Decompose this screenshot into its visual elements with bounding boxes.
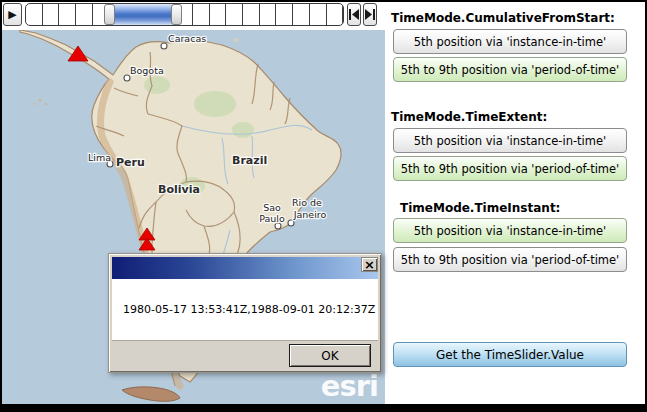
label-brazil: Brazil [232,154,267,167]
section-heading-timeextent: TimeMode.TimeExtent: [391,110,547,124]
get-timeslider-value-button[interactable]: Get the TimeSlider.Value [393,342,627,367]
label-lima: Lima [88,152,111,163]
cumulative-period-button[interactable]: 5th to 9th position via 'period-of-time' [393,57,627,82]
step-previous-icon [349,9,359,20]
island-dot [45,103,47,105]
time-slider-max-thumb[interactable] [171,4,182,25]
label-bolivia: Bolivia [158,183,200,196]
app-window: ▶ [0,0,647,412]
label-rio-1: Rio de [292,197,322,208]
label-caracas: Caracas [168,33,206,44]
label-sao-paulo-1: Sao [263,202,281,213]
time-slider-track[interactable] [25,3,344,26]
island-dot [38,98,41,101]
label-rio-2: Janeiro [293,209,327,220]
island-dot [234,38,238,42]
timeextent-instance-button[interactable]: 5th position via 'instance-in-time' [393,128,627,153]
dialog-body: 1980-05-17 13:53:41Z,1988-09-01 20:12:37… [112,279,378,341]
timeinstant-instance-button[interactable]: 5th position via 'instance-in-time' [393,218,627,243]
time-slider: ▶ [2,2,386,29]
step-next-icon [365,9,375,20]
dialog-title-bar[interactable] [112,257,378,279]
label-sao-paulo-2: Paulo [259,213,285,224]
island-dot [34,103,36,105]
label-peru: Peru [116,156,145,169]
label-bogota: Bogota [130,65,164,76]
control-panel: TimeMode.CumulativeFromStart: 5th positi… [388,2,645,404]
time-slider-min-thumb[interactable] [104,4,115,25]
ok-button[interactable]: OK [289,344,371,367]
cumulative-instance-button[interactable]: 5th position via 'instance-in-time' [393,29,627,54]
caracas-marker [161,43,167,49]
timeinstant-period-button[interactable]: 5th to 9th position via 'period-of-time' [393,247,627,272]
time-slider-range-fill [110,4,177,25]
next-step-button[interactable] [363,3,377,26]
esri-logo: esri [321,372,378,401]
previous-step-button[interactable] [347,3,361,26]
close-button[interactable]: × [361,257,378,272]
timeextent-period-button[interactable]: 5th to 9th position via 'period-of-time' [393,156,627,181]
section-heading-cumulative: TimeMode.CumulativeFromStart: [391,11,615,25]
message-dialog: × 1980-05-17 13:53:41Z,1988-09-01 20:12:… [108,253,382,373]
dialog-message: 1980-05-17 13:53:41Z,1988-09-01 20:12:37… [123,303,375,316]
play-icon: ▶ [8,8,16,21]
rio-marker [288,220,294,226]
close-icon: × [364,258,375,271]
section-heading-timeinstant: TimeMode.TimeInstant: [400,201,560,215]
play-button[interactable]: ▶ [3,3,22,26]
